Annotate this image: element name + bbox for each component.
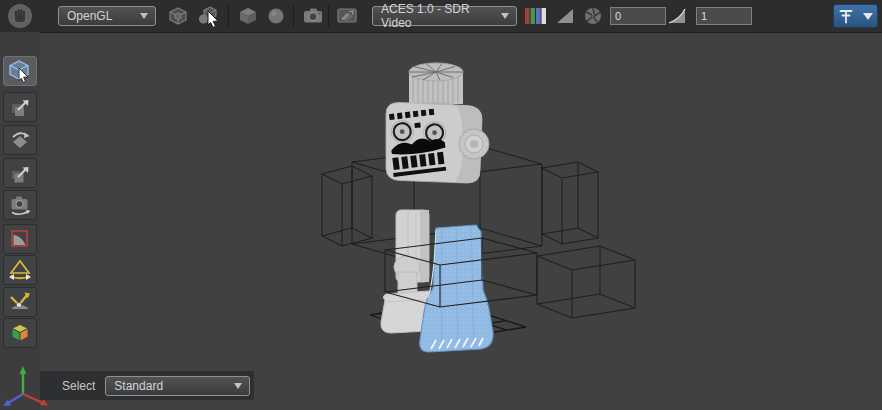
shutter-icon <box>583 6 603 26</box>
hand-icon <box>7 3 33 29</box>
translate-screen-icon <box>8 161 32 185</box>
tool-orbit-camera[interactable] <box>3 190 37 220</box>
chevron-down-icon <box>863 13 873 20</box>
solid-sphere-button[interactable] <box>264 4 288 28</box>
push-pin-icon <box>838 6 854 26</box>
left-toolbar <box>0 32 40 410</box>
light-cone-icon <box>7 257 33 283</box>
tool-falloff[interactable] <box>3 224 37 254</box>
tool-select-objects[interactable] <box>3 56 37 86</box>
snapshot-button[interactable] <box>299 4 327 28</box>
tool-bounce-light[interactable] <box>3 287 37 317</box>
rotate-icon <box>8 128 32 152</box>
top-toolbar: OpenGL <box>0 0 882 33</box>
select-cube-icon <box>7 58 33 84</box>
wireframe-cube-button[interactable] <box>166 4 190 28</box>
solid-cube-button[interactable] <box>236 4 260 28</box>
rgb-bars-icon <box>524 6 548 26</box>
gamma-toggle-button[interactable] <box>665 4 689 28</box>
projection-screen-button[interactable] <box>333 4 361 28</box>
chevron-down-icon <box>234 383 242 389</box>
application-window: OpenGL <box>0 0 882 410</box>
select-label: Select <box>62 379 95 393</box>
aperture-button[interactable] <box>581 4 605 28</box>
triangle-ramp-icon <box>555 6 575 26</box>
toolbar-separator <box>293 5 294 27</box>
colorspace-dropdown-label: ACES 1.0 - SDR Video <box>381 2 496 30</box>
channel-toggle-button[interactable] <box>524 4 548 28</box>
color-cube-icon <box>8 321 32 345</box>
exposure-toggle-button[interactable] <box>553 4 577 28</box>
falloff-icon <box>8 227 32 251</box>
tool-translate-screen-space[interactable] <box>3 158 37 188</box>
tool-rotate-lights[interactable] <box>3 255 37 285</box>
cube-icon <box>237 5 259 27</box>
toolbar-separator <box>228 5 229 27</box>
bounce-light-icon <box>7 289 33 315</box>
chevron-down-icon <box>140 13 148 19</box>
model-head[interactable] <box>386 63 489 183</box>
tool-perspective-color-cube[interactable] <box>3 318 37 348</box>
bottom-select-bar: Select Standard <box>40 371 254 400</box>
select-mode-dropdown-label: Standard <box>114 379 163 393</box>
tool-translate-objects[interactable] <box>3 92 37 122</box>
renderer-dropdown-label: OpenGL <box>67 9 112 23</box>
viewport-3d-model[interactable] <box>290 50 670 395</box>
tool-rotate-objects[interactable] <box>3 125 37 155</box>
camera-icon <box>301 4 325 28</box>
chevron-down-icon <box>501 13 509 19</box>
hand-logo-icon[interactable] <box>7 3 33 29</box>
exposure-input[interactable] <box>610 7 666 25</box>
curved-triangle-ramp-icon <box>667 6 687 26</box>
orbit-camera-icon <box>8 193 32 217</box>
colorspace-dropdown[interactable]: ACES 1.0 - SDR Video <box>372 6 517 26</box>
pin-palette-dropdown-button[interactable] <box>833 4 878 28</box>
sphere-icon <box>265 5 287 27</box>
screen-layers-icon <box>335 4 359 28</box>
translate-icon <box>8 95 32 119</box>
gamma-input[interactable] <box>696 7 752 25</box>
select-mode-dropdown[interactable]: Standard <box>105 376 250 396</box>
mouse-cursor <box>206 10 221 28</box>
toolbar-separator <box>328 5 329 27</box>
renderer-dropdown[interactable]: OpenGL <box>58 6 156 26</box>
cube-wireframe-icon <box>167 5 189 27</box>
